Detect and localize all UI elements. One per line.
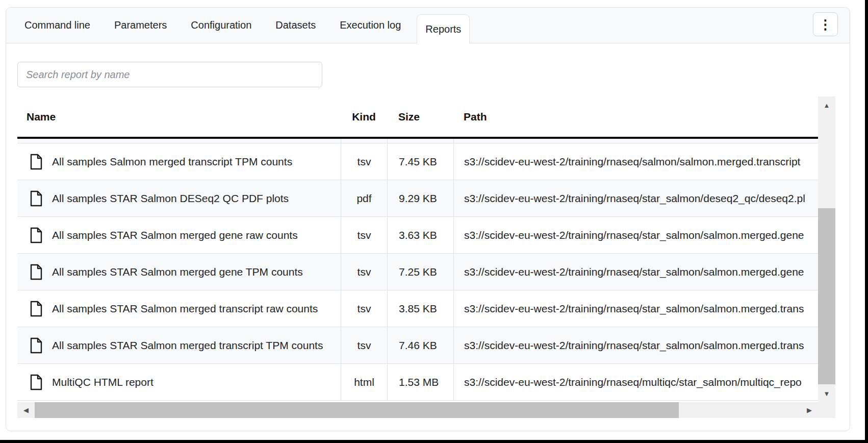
report-kind: tsv [358,339,371,352]
file-icon [30,154,43,170]
column-header-name: Name [17,111,341,123]
tab-bar: Command line Parameters Configuration Da… [6,8,850,43]
report-path: s3://scidev-eu-west-2/training/rnaseq/st… [464,303,804,315]
file-icon [30,301,43,317]
tab-execution-log[interactable]: Execution log [331,8,409,43]
report-size: 7.46 KB [399,339,437,352]
file-icon [30,190,43,207]
report-size: 3.63 KB [399,229,437,241]
report-kind: tsv [358,156,371,168]
report-row[interactable]: All samples STAR Salmon merged transcrip… [17,290,818,327]
report-size: 1.53 MB [399,376,439,388]
report-path: s3://scidev-eu-west-2/training/rnaseq/sa… [464,156,800,168]
table-body: All samples Salmon merged transcript TPM… [17,139,818,402]
reports-panel: Command line Parameters Configuration Da… [6,7,850,431]
report-row[interactable]: All samples Salmon merged transcript TPM… [17,143,818,180]
reports-screen: Command line Parameters Configuration Da… [0,0,868,443]
tab-parameters[interactable]: Parameters [106,8,175,43]
report-size: 7.25 KB [399,266,437,278]
report-name: MultiQC HTML report [52,376,154,388]
report-row[interactable]: All samples STAR Salmon merged gene TPM … [17,254,818,290]
tab-datasets[interactable]: Datasets [267,8,324,43]
report-path: s3://scidev-eu-west-2/training/rnaseq/st… [464,266,804,278]
scroll-right-icon[interactable]: ▶ [801,402,818,418]
report-name: All samples STAR Salmon merged transcrip… [52,339,323,352]
table-header-row: Name Kind Size Path [17,96,818,137]
file-icon [30,264,43,280]
report-name: All samples STAR Salmon merged gene raw … [52,229,298,241]
horizontal-scrollbar[interactable]: ◀ ▶ [17,402,818,418]
file-icon [30,337,43,354]
column-header-size: Size [387,111,453,123]
report-path: s3://scidev-eu-west-2/training/rnaseq/st… [464,192,805,205]
vertical-scrollbar[interactable]: ▲ ▼ [818,96,835,402]
screen-edge-right [865,0,868,443]
file-icon [30,227,43,243]
report-kind: tsv [358,303,371,315]
report-size: 9.29 KB [399,192,437,205]
report-row[interactable]: All samples STAR Salmon merged transcrip… [17,327,818,364]
report-name: All samples STAR Salmon DESeq2 QC PDF pl… [52,192,289,205]
report-name: All samples STAR Salmon merged gene TPM … [52,266,303,278]
partially-scrolled-row [17,139,818,143]
report-kind: html [354,376,374,388]
report-size: 7.45 KB [399,156,437,168]
report-row[interactable]: All samples STAR Salmon merged gene raw … [17,217,818,254]
scroll-up-icon[interactable]: ▲ [818,96,835,114]
screen-edge-bottom [0,440,868,443]
scrollbar-corner [818,402,835,418]
tab-reports[interactable]: Reports [417,14,470,43]
reports-table: Name Kind Size Path All samples Salmon m… [17,96,835,418]
report-kind: tsv [358,229,371,241]
report-path: s3://scidev-eu-west-2/training/rnaseq/st… [464,229,804,241]
tab-command-line[interactable]: Command line [16,8,98,43]
report-path: s3://scidev-eu-west-2/training/rnaseq/st… [464,339,804,352]
report-row[interactable]: All samples STAR Salmon DESeq2 QC PDF pl… [17,180,818,217]
report-kind: tsv [358,266,371,278]
options-menu-button[interactable]: ⋮ [813,12,838,36]
report-row[interactable]: MultiQC HTML report html 1.53 MB s3://sc… [17,364,818,401]
horizontal-scrollbar-thumb[interactable] [35,402,679,418]
column-header-kind: Kind [341,111,387,123]
column-header-path: Path [453,111,818,123]
report-size: 3.85 KB [399,303,437,315]
report-kind: pdf [356,192,371,205]
report-name: All samples STAR Salmon merged transcrip… [52,303,318,315]
scroll-down-icon[interactable]: ▼ [818,385,835,402]
vertical-scrollbar-thumb[interactable] [818,208,835,384]
search-input[interactable] [17,62,322,87]
scroll-left-icon[interactable]: ◀ [17,402,35,418]
report-path: s3://scidev-eu-west-2/training/rnaseq/mu… [464,376,802,388]
kebab-menu-icon: ⋮ [819,18,832,31]
file-icon [30,374,43,390]
tab-configuration[interactable]: Configuration [183,8,260,43]
report-name: All samples Salmon merged transcript TPM… [52,156,292,168]
